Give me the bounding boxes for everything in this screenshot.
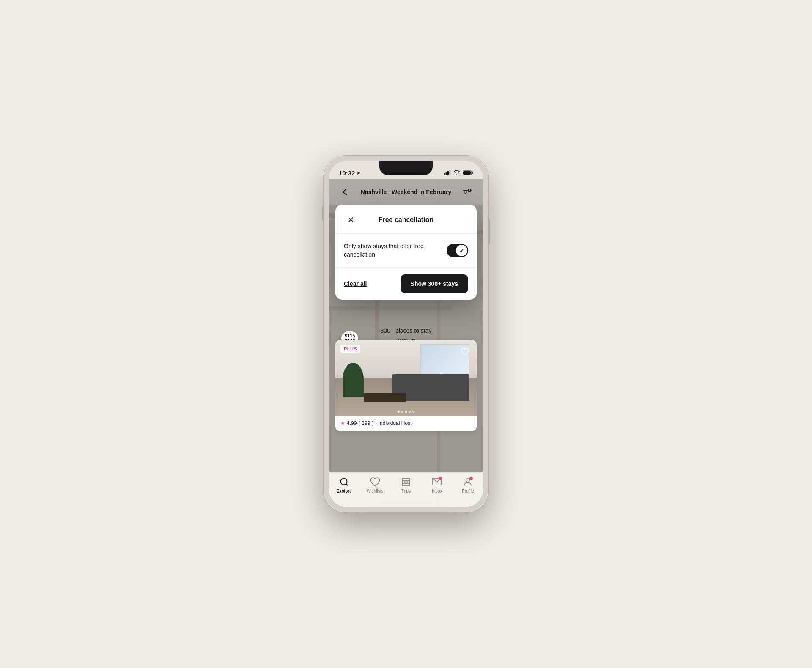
svg-rect-5 [463, 171, 471, 175]
listing-info: ★ 4.99 (399) · Individual Host [335, 416, 477, 431]
room-table [364, 393, 406, 402]
status-icons [444, 170, 473, 175]
host-type: Individual Host [379, 420, 412, 426]
dot-4 [409, 411, 411, 413]
modal-close-button[interactable]: ✕ [344, 213, 357, 227]
dot-3 [405, 411, 407, 413]
modal-title: Free cancellation [379, 216, 434, 224]
svg-rect-0 [444, 173, 445, 175]
listing-card[interactable]: PLUS [335, 340, 477, 431]
phone-inner: 10:32 ➤ [329, 161, 483, 507]
heart-button[interactable] [458, 345, 472, 359]
explore-label: Explore [336, 489, 352, 493]
modal-overlay: ✕ Free cancellation Only show stays that… [329, 179, 483, 507]
dot-1 [398, 411, 400, 413]
nav-item-trips[interactable]: Trips [390, 477, 421, 493]
nav-item-inbox[interactable]: Inbox [422, 477, 453, 493]
dot-5 [413, 411, 415, 413]
signal-icon [444, 170, 451, 175]
toggle-knob: ✓ [456, 245, 467, 256]
inbox-label: Inbox [432, 489, 442, 493]
review-count-paren: ( [358, 420, 360, 426]
show-stays-button[interactable]: Show 300+ stays [401, 274, 468, 293]
nav-item-wishlists[interactable]: Wishlists [359, 477, 390, 493]
clear-all-button[interactable]: Clear all [344, 280, 367, 287]
inbox-icon [432, 477, 442, 487]
review-close-paren: ) [372, 420, 373, 426]
trips-label: Trips [401, 489, 411, 493]
rating-dot: · [375, 420, 376, 426]
profile-label: Profile [462, 489, 474, 493]
rating-value: 4.99 [347, 420, 357, 426]
svg-rect-20 [402, 478, 410, 486]
profile-icon [463, 477, 473, 487]
star-icon: ★ [340, 420, 345, 426]
explore-icon [339, 477, 349, 487]
bottom-nav: Explore Wishlists [329, 472, 483, 507]
free-cancellation-modal: ✕ Free cancellation Only show stays that… [335, 205, 477, 300]
review-count: 399 [362, 420, 370, 426]
image-dots [398, 411, 415, 413]
nav-item-profile[interactable]: Profile [453, 477, 483, 493]
trips-icon [401, 477, 411, 487]
listing-rating: ★ 4.99 (399) · Individual Host [340, 420, 472, 426]
screen: 10:32 ➤ [329, 161, 483, 507]
notch [379, 161, 433, 175]
svg-point-22 [466, 479, 469, 482]
location-arrow-icon: ➤ [357, 170, 360, 176]
wishlists-icon [370, 477, 380, 487]
plus-badge: PLUS [340, 345, 360, 353]
nav-item-explore[interactable]: Explore [329, 477, 359, 493]
dot-2 [401, 411, 403, 413]
modal-body: Only show stays that offer free cancella… [335, 234, 477, 267]
modal-footer: Clear all Show 300+ stays [335, 267, 477, 300]
places-count: 300+ places to stay [329, 327, 483, 334]
svg-rect-3 [450, 170, 451, 175]
svg-rect-2 [447, 171, 449, 175]
svg-point-21 [405, 481, 407, 483]
listing-image: PLUS [335, 340, 477, 416]
room-plant [343, 363, 364, 397]
wifi-icon [453, 170, 460, 175]
modal-header: ✕ Free cancellation [335, 205, 477, 234]
battery-icon [463, 170, 473, 175]
phone-frame: 10:32 ➤ [324, 156, 488, 512]
toggle-row: Only show stays that offer free cancella… [344, 242, 468, 259]
status-time: 10:32 ➤ [339, 170, 360, 177]
app-content: Nashville · Weekend in February [329, 179, 483, 507]
toggle-checkmark: ✓ [459, 247, 464, 254]
toggle-label: Only show stays that offer free cancella… [344, 242, 428, 259]
svg-rect-1 [446, 172, 447, 176]
time-display: 10:32 [339, 170, 355, 177]
toggle-switch[interactable]: ✓ [447, 244, 468, 257]
wishlists-label: Wishlists [367, 489, 383, 493]
